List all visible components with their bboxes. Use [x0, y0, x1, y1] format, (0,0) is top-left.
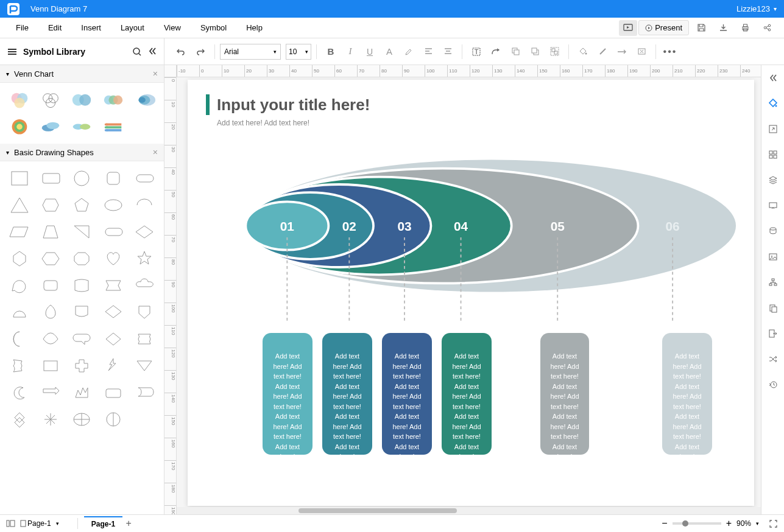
font-select[interactable]: Arial▾	[220, 44, 281, 60]
slideshow-icon-button[interactable]	[619, 20, 637, 36]
pages-icon[interactable]	[19, 519, 27, 528]
basic-shape-35[interactable]	[5, 354, 34, 378]
venn-shape-7[interactable]	[68, 114, 96, 139]
page[interactable]: Input your title here! Add text here! Ad…	[188, 80, 754, 506]
italic-button[interactable]: I	[341, 43, 359, 61]
basic-shape-39[interactable]	[130, 354, 159, 378]
text-card-06[interactable]: Add text here! Add text here! Add text h…	[662, 333, 712, 455]
exit-panel-icon[interactable]	[765, 326, 781, 341]
basic-shape-44[interactable]	[130, 380, 159, 405]
basic-shape-13[interactable]	[99, 220, 127, 244]
basic-shape-5[interactable]	[5, 193, 34, 217]
basic-shape-36[interactable]	[36, 354, 65, 378]
venn-shape-2[interactable]	[68, 88, 96, 112]
basic-shape-22[interactable]	[68, 273, 96, 298]
basic-shape-45[interactable]	[5, 407, 34, 432]
style-panel-icon[interactable]	[765, 96, 781, 111]
line-button[interactable]	[593, 43, 612, 61]
venn-shape-5[interactable]	[5, 114, 34, 139]
export-panel-icon[interactable]	[765, 121, 781, 137]
venn-shape-0[interactable]	[5, 88, 34, 112]
text-card-02[interactable]: Add text here! Add text here! Add text h…	[322, 333, 372, 455]
grid-panel-icon[interactable]	[765, 147, 781, 163]
zoom-out-button[interactable]: −	[662, 518, 667, 529]
basic-shape-32[interactable]	[68, 327, 96, 351]
search-icon[interactable]	[132, 47, 142, 57]
basic-shape-7[interactable]	[68, 193, 96, 217]
basic-shape-28[interactable]	[99, 300, 127, 324]
basic-shape-16[interactable]	[36, 247, 65, 271]
basic-shape-40[interactable]	[5, 380, 34, 405]
basic-shape-34[interactable]	[130, 327, 159, 351]
font-size-select[interactable]: 10▾	[286, 44, 311, 60]
menu-view[interactable]: View	[154, 18, 191, 37]
menu-layout[interactable]: Layout	[111, 18, 154, 37]
print-icon[interactable]	[735, 19, 755, 37]
present-panel-icon[interactable]	[765, 198, 781, 214]
page-title-block[interactable]: Input your title here!	[206, 94, 370, 115]
basic-shape-43[interactable]	[99, 380, 127, 405]
basic-shape-37[interactable]	[68, 354, 96, 378]
add-page-button[interactable]: +	[122, 517, 135, 530]
basic-shape-3[interactable]	[99, 166, 127, 191]
basic-shape-15[interactable]	[5, 247, 34, 271]
zoom-in-button[interactable]: +	[726, 518, 732, 529]
text-card-05[interactable]: Add text here! Add text here! Add text h…	[540, 333, 589, 455]
close-category-icon[interactable]: ×	[153, 69, 158, 79]
expand-panel-icon[interactable]	[765, 70, 781, 86]
basic-shape-38[interactable]	[99, 354, 127, 378]
arrange-front-button[interactable]	[506, 43, 524, 61]
fullscreen-icon[interactable]	[769, 519, 778, 528]
basic-shape-1[interactable]	[36, 166, 65, 191]
basic-shape-25[interactable]	[5, 300, 34, 324]
page-dropdown[interactable]: Page-1▾	[27, 519, 59, 528]
category-basic-shapes[interactable]: ▾ Basic Drawing Shapes ×	[0, 144, 164, 161]
basic-shape-20[interactable]	[5, 273, 34, 298]
nested-ellipses-diagram[interactable]: 01 02 03 04 05 06	[218, 147, 736, 305]
basic-shape-14[interactable]	[130, 220, 159, 244]
zoom-slider[interactable]	[673, 522, 721, 525]
underline-button[interactable]: U	[361, 43, 379, 61]
basic-shape-31[interactable]	[36, 327, 65, 351]
venn-shape-3[interactable]	[99, 88, 127, 112]
menu-help[interactable]: Help	[236, 18, 272, 37]
shuffle-panel-icon[interactable]	[765, 351, 781, 367]
image-panel-icon[interactable]	[765, 249, 781, 265]
text-tool-button[interactable]: T	[467, 43, 486, 61]
basic-shape-21[interactable]	[36, 273, 65, 298]
basic-shape-33[interactable]	[99, 327, 127, 351]
download-icon[interactable]	[713, 19, 733, 37]
basic-shape-29[interactable]	[130, 300, 159, 324]
basic-shape-18[interactable]	[99, 247, 127, 271]
basic-shape-17[interactable]	[68, 247, 96, 271]
save-icon[interactable]	[691, 19, 711, 37]
valign-button[interactable]	[439, 43, 457, 61]
basic-shape-9[interactable]	[130, 193, 159, 217]
redo-button[interactable]	[191, 43, 210, 61]
collapse-sidebar-icon[interactable]	[148, 47, 157, 57]
basic-shape-27[interactable]	[68, 300, 96, 324]
text-card-01[interactable]: Add text here! Add text here! Add text h…	[263, 333, 313, 455]
basic-shape-4[interactable]	[130, 166, 159, 191]
venn-shape-4[interactable]	[130, 88, 159, 112]
basic-shape-12[interactable]	[68, 220, 96, 244]
basic-shape-47[interactable]	[68, 407, 96, 432]
basic-shape-0[interactable]	[5, 166, 34, 191]
tree-panel-icon[interactable]	[765, 275, 781, 290]
page-subtitle[interactable]: Add text here! Add text here!	[217, 119, 309, 127]
page-tab[interactable]: Page-1	[84, 516, 122, 531]
basic-shape-8[interactable]	[99, 193, 127, 217]
scrollbar-horizontal[interactable]	[177, 507, 761, 514]
clear-format-button[interactable]	[632, 43, 651, 61]
group-button[interactable]	[545, 43, 563, 61]
layers-panel-icon[interactable]	[765, 172, 781, 188]
menu-edit[interactable]: Edit	[38, 18, 71, 37]
menu-symbol[interactable]: Symbol	[191, 18, 236, 37]
fill-button[interactable]	[574, 43, 592, 61]
basic-shape-48[interactable]	[99, 407, 127, 432]
close-category-icon[interactable]: ×	[153, 147, 158, 157]
basic-shape-41[interactable]	[36, 380, 65, 405]
bold-button[interactable]: B	[322, 43, 340, 61]
menu-file[interactable]: File	[6, 18, 38, 37]
undo-button[interactable]	[172, 43, 190, 61]
